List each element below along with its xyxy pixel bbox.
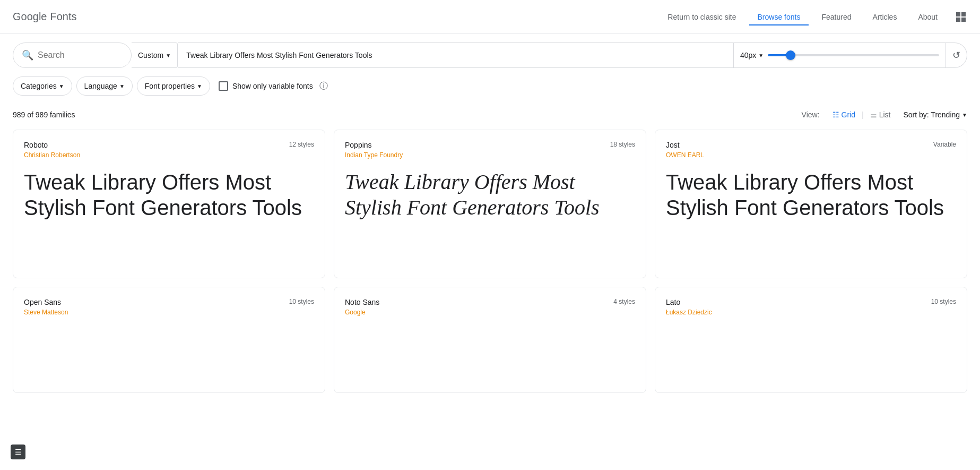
font-properties-dropdown-icon: ▼ — [197, 83, 202, 89]
language-label: Language — [84, 82, 117, 90]
logo: Google Fonts — [13, 11, 77, 23]
categories-label: Categories — [21, 82, 57, 90]
font-card-poppins-header: Poppins 18 styles — [345, 141, 635, 149]
nav-about[interactable]: About — [909, 8, 946, 25]
font-card-lato-header: Lato 10 styles — [666, 298, 956, 306]
font-styles-open-sans: 10 styles — [289, 298, 314, 305]
reset-icon: ↺ — [952, 49, 960, 61]
nav-featured[interactable]: Featured — [813, 8, 860, 25]
checkbox-box[interactable] — [219, 81, 228, 91]
custom-dropdown-icon: ▼ — [166, 53, 171, 58]
view-options: ☷ Grid | ⚌ List — [828, 108, 895, 121]
reset-button[interactable]: ↺ — [946, 42, 967, 68]
font-card-roboto-header: Roboto 12 styles — [24, 141, 314, 149]
font-name-poppins: Poppins — [345, 141, 372, 149]
font-author-poppins: Indian Type Foundry — [345, 151, 635, 159]
size-label: 40px ▼ — [740, 51, 764, 59]
font-preview-jost: Tweak Library Offers Most Stylish Font G… — [666, 169, 956, 220]
results-count-number: 989 — [13, 110, 25, 119]
nav-browse-fonts[interactable]: Browse fonts — [749, 8, 809, 25]
view-sort-area: View: ☷ Grid | ⚌ List Sort by: Trending … — [802, 108, 967, 121]
variable-fonts-info-icon[interactable]: ⓘ — [319, 81, 328, 92]
font-grid: Roboto 12 styles Christian Robertson Twe… — [0, 130, 980, 393]
font-name-noto-sans: Noto Sans — [345, 298, 379, 306]
variable-fonts-label: Show only variable fonts — [232, 82, 313, 90]
font-card-jost-header: Jost Variable — [666, 141, 956, 149]
search-icon: 🔍 — [22, 49, 33, 61]
categories-filter[interactable]: Categories ▼ — [13, 76, 72, 96]
results-header: 989 of 989 families View: ☷ Grid | ⚌ Lis… — [0, 104, 980, 130]
nav-articles[interactable]: Articles — [864, 8, 906, 25]
nav-return-classic[interactable]: Return to classic site — [659, 8, 744, 25]
view-label: View: — [802, 110, 820, 119]
filters-area: Categories ▼ Language ▼ Font properties … — [0, 72, 980, 104]
results-families-label: families — [50, 110, 75, 119]
font-card-roboto[interactable]: Roboto 12 styles Christian Robertson Twe… — [13, 130, 325, 278]
size-dropdown-icon[interactable]: ▼ — [758, 53, 764, 58]
language-filter[interactable]: Language ▼ — [76, 76, 133, 96]
categories-dropdown-icon: ▼ — [59, 83, 64, 89]
font-styles-poppins: 18 styles — [610, 141, 635, 148]
language-dropdown-icon: ▼ — [119, 83, 125, 89]
font-card-open-sans-header: Open Sans 10 styles — [24, 298, 314, 306]
font-preview-roboto: Tweak Library Offers Most Stylish Font G… — [24, 169, 314, 220]
list-view-label: List — [879, 110, 891, 119]
view-list-option[interactable]: ⚌ List — [866, 108, 895, 121]
results-total-number: 989 — [36, 110, 48, 119]
font-styles-noto-sans: 4 styles — [613, 298, 635, 305]
preview-text-input[interactable] — [178, 42, 734, 68]
font-author-open-sans: Steve Matteson — [24, 309, 314, 316]
font-name-jost: Jost — [666, 141, 680, 149]
font-author-lato: Łukasz Dziedzic — [666, 309, 956, 316]
font-properties-filter[interactable]: Font properties ▼ — [137, 76, 210, 96]
results-count: 989 of 989 families — [13, 110, 802, 119]
main-nav: Return to classic site Browse fonts Feat… — [659, 8, 967, 25]
size-slider[interactable] — [768, 54, 939, 56]
font-card-open-sans[interactable]: Open Sans 10 styles Steve Matteson — [13, 287, 325, 393]
custom-label: Custom — [138, 51, 163, 59]
font-variable-badge-jost: Variable — [933, 141, 956, 148]
search-box[interactable]: 🔍 — [13, 42, 132, 68]
font-properties-label: Font properties — [145, 82, 195, 90]
font-author-jost: OWEN EARL — [666, 151, 956, 159]
font-card-jost[interactable]: Jost Variable OWEN EARL Tweak Library Of… — [655, 130, 967, 278]
search-area: 🔍 Custom ▼ 40px ▼ ↺ — [0, 34, 980, 72]
results-of-label: of — [27, 110, 36, 119]
size-control: 40px ▼ — [734, 42, 946, 68]
logo-fonts-text: Fonts — [50, 11, 77, 23]
font-styles-roboto: 12 styles — [289, 141, 314, 148]
view-divider: | — [862, 110, 864, 119]
font-card-lato[interactable]: Lato 10 styles Łukasz Dziedzic — [655, 287, 967, 393]
custom-dropdown[interactable]: Custom ▼ — [132, 42, 178, 68]
variable-fonts-checkbox[interactable]: Show only variable fonts ⓘ — [219, 81, 328, 92]
size-value: 40px — [740, 51, 756, 59]
font-name-lato: Lato — [666, 298, 680, 306]
font-name-open-sans: Open Sans — [24, 298, 61, 306]
font-card-noto-sans[interactable]: Noto Sans 4 styles Google — [334, 287, 646, 393]
font-author-noto-sans: Google — [345, 309, 635, 316]
search-input[interactable] — [38, 50, 123, 60]
logo-google-text: Google — [13, 11, 47, 23]
view-grid-option[interactable]: ☷ Grid — [828, 108, 860, 121]
sort-by-label: Sort by: Trending — [903, 110, 960, 119]
grid-apps-icon[interactable] — [955, 11, 967, 23]
font-card-poppins[interactable]: Poppins 18 styles Indian Type Foundry Tw… — [334, 130, 646, 278]
sort-by-icon: ▼ — [962, 112, 967, 118]
font-preview-poppins: Tweak Library Offers Most Stylish Font G… — [345, 169, 635, 220]
font-author-roboto: Christian Robertson — [24, 151, 314, 159]
grid-view-label: Grid — [842, 110, 855, 119]
sort-by-control[interactable]: Sort by: Trending ▼ — [903, 110, 967, 119]
font-styles-lato: 10 styles — [931, 298, 956, 305]
font-name-roboto: Roboto — [24, 141, 48, 149]
grid-view-icon: ☷ — [832, 110, 839, 119]
header: Google Fonts Return to classic site Brow… — [0, 0, 980, 34]
list-view-icon: ⚌ — [870, 110, 877, 119]
font-card-noto-sans-header: Noto Sans 4 styles — [345, 298, 635, 306]
